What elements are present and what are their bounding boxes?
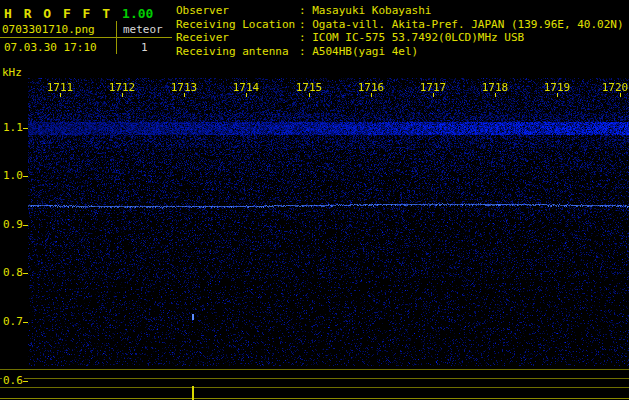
- info-label: Receiving antenna: [176, 45, 299, 59]
- time-tickmark: [371, 93, 372, 97]
- freq-label-0-6: 0.6: [2, 374, 24, 387]
- info-value: : Masayuki Kobayashi: [299, 4, 431, 17]
- info-value: : ICOM IC-575 53.7492(0LCD)MHz USB: [299, 31, 524, 44]
- time-tickmark: [433, 93, 434, 97]
- info-value: : Ogata-vill. Akita-Pref. JAPAN (139.96E…: [299, 18, 624, 31]
- hrofft-window: H R O F F T1.00 0703301710.png meteor 1 …: [0, 0, 629, 400]
- level-gridline: [0, 387, 629, 388]
- time-tickmark: [309, 93, 310, 97]
- freq-tickmark: [23, 273, 28, 274]
- output-filename: 0703301710.png: [2, 23, 95, 36]
- spectrogram-canvas: [28, 78, 629, 366]
- info-row-location: Receiving Location: Ogata-vill. Akita-Pr…: [176, 18, 624, 32]
- header-divider-horizontal: [0, 37, 172, 38]
- info-label: Observer: [176, 4, 299, 18]
- info-row-observer: Observer: Masayuki Kobayashi: [176, 4, 624, 18]
- app-title: H R O F F T: [4, 6, 112, 21]
- freq-tickmark: [23, 322, 28, 323]
- freq-label-0-7: 0.7: [2, 315, 24, 328]
- freq-tickmark: [23, 381, 28, 382]
- info-value: : A504HB(yagi 4el): [299, 45, 418, 58]
- time-tickmark: [122, 93, 123, 97]
- info-row-antenna: Receiving antenna: A504HB(yagi 4el): [176, 45, 624, 59]
- meteor-count-label: meteor: [123, 23, 163, 36]
- freq-label-1-1: 1.1: [2, 121, 24, 134]
- meteor-event-marker: [192, 386, 194, 400]
- station-info: Observer: Masayuki Kobayashi Receiving L…: [176, 4, 624, 58]
- info-label: Receiving Location: [176, 18, 299, 32]
- frequency-unit-label: kHz: [2, 66, 22, 79]
- freq-label-0-8: 0.8: [2, 266, 24, 279]
- time-tickmark: [495, 93, 496, 97]
- info-row-receiver: Receiver: ICOM IC-575 53.7492(0LCD)MHz U…: [176, 31, 624, 45]
- freq-tickmark: [23, 176, 28, 177]
- time-tickmark: [60, 93, 61, 97]
- meteor-count-value: 1: [141, 41, 148, 54]
- time-tickmark: [184, 93, 185, 97]
- app-title-row: H R O F F T1.00: [4, 3, 153, 22]
- time-tickmark: [246, 93, 247, 97]
- info-label: Receiver: [176, 31, 299, 45]
- time-tickmark: [620, 93, 621, 97]
- header-divider-vertical: [116, 21, 117, 54]
- observation-datetime: 07.03.30 17:10: [4, 41, 97, 54]
- freq-tickmark: [23, 225, 28, 226]
- app-version: 1.00: [122, 6, 153, 21]
- signal-level-trace: [0, 398, 629, 399]
- freq-tickmark: [23, 128, 28, 129]
- level-gridline: [0, 378, 629, 379]
- time-tickmark: [557, 93, 558, 97]
- freq-label-1-0: 1.0: [2, 169, 24, 182]
- level-gridline: [0, 369, 629, 370]
- freq-label-0-9: 0.9: [2, 218, 24, 231]
- time-label-1720: 1720: [598, 81, 629, 94]
